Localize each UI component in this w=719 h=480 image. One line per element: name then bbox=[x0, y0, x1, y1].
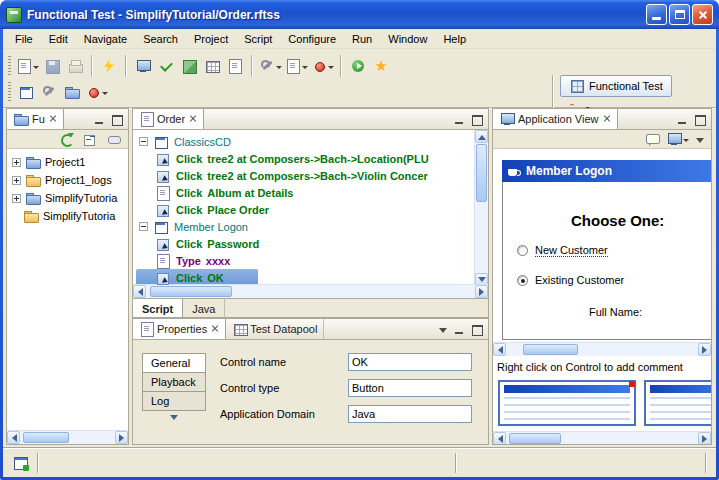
editor-horizontal-scrollbar[interactable] bbox=[133, 284, 488, 298]
save-button[interactable] bbox=[41, 54, 63, 78]
close-button[interactable] bbox=[692, 4, 713, 25]
scroll-left-button[interactable] bbox=[493, 432, 506, 445]
tab-script[interactable]: Script bbox=[133, 299, 183, 318]
view-log-button[interactable] bbox=[224, 54, 246, 78]
minimize-view-button[interactable] bbox=[452, 112, 468, 127]
script-type-row[interactable]: Type xxxx bbox=[134, 252, 489, 269]
titlebar[interactable]: Functional Test - SimplifyTutorial/Order… bbox=[0, 0, 719, 29]
maximize-view-button[interactable] bbox=[109, 112, 125, 127]
view-menu-button[interactable] bbox=[692, 132, 708, 147]
print-button[interactable] bbox=[64, 54, 86, 78]
menu-run[interactable]: Run bbox=[344, 30, 380, 48]
thumbnails-horizontal-scrollbar[interactable] bbox=[493, 431, 711, 445]
refresh-button[interactable] bbox=[55, 127, 77, 151]
close-tab-icon[interactable] bbox=[49, 115, 57, 123]
toolbar-grip[interactable] bbox=[8, 56, 11, 76]
close-tab-icon[interactable] bbox=[211, 325, 219, 333]
new-test-script-button[interactable] bbox=[15, 54, 40, 78]
scroll-left-button[interactable] bbox=[493, 343, 506, 356]
radio-new-customer[interactable]: New Customer bbox=[517, 244, 608, 257]
menu-script[interactable]: Script bbox=[236, 30, 280, 48]
debug-script-button[interactable] bbox=[370, 54, 392, 78]
minimize-view-button[interactable] bbox=[452, 322, 468, 337]
test-object-inspector-button[interactable] bbox=[15, 80, 37, 104]
scroll-right-button[interactable] bbox=[698, 432, 711, 445]
screen-thumbnail[interactable] bbox=[644, 380, 712, 426]
expander-icon[interactable] bbox=[12, 176, 21, 185]
tab-test-datapool[interactable]: Test Datapool bbox=[226, 319, 324, 339]
collapse-all-button[interactable] bbox=[79, 127, 101, 151]
radio-existing-customer[interactable]: Existing Customer bbox=[517, 274, 624, 286]
close-tab-icon[interactable] bbox=[603, 115, 611, 123]
application-domain-input[interactable] bbox=[348, 405, 472, 423]
insert-verification-point-button[interactable] bbox=[155, 54, 177, 78]
control-type-input[interactable] bbox=[348, 379, 472, 397]
tree-item-project1-logs[interactable]: Project1_logs bbox=[8, 171, 129, 189]
script-group-row[interactable]: Member Logon bbox=[134, 218, 489, 235]
maximize-view-button[interactable] bbox=[469, 112, 485, 127]
side-tab-playback[interactable]: Playback bbox=[142, 372, 206, 392]
more-side-tabs-button[interactable] bbox=[142, 414, 206, 425]
scrollbar-thumb[interactable] bbox=[523, 344, 578, 355]
tree-item-project1[interactable]: Project1 bbox=[8, 153, 129, 171]
capture-horizontal-scrollbar[interactable] bbox=[493, 342, 711, 356]
captured-screen-area[interactable]: Member Logon Choose One: New Customer Ex… bbox=[494, 150, 712, 342]
maximize-view-button[interactable] bbox=[469, 322, 485, 337]
minimize-view-button[interactable] bbox=[92, 112, 108, 127]
menu-file[interactable]: File bbox=[7, 30, 41, 48]
menu-navigate[interactable]: Navigate bbox=[76, 30, 135, 48]
projects-horizontal-scrollbar[interactable] bbox=[7, 430, 128, 444]
menu-edit[interactable]: Edit bbox=[41, 30, 76, 48]
script-group-row[interactable]: ClassicsCD bbox=[134, 133, 489, 150]
captured-dialog-body[interactable]: Choose One: New Customer Existing Custom… bbox=[502, 182, 712, 340]
link-with-editor-button[interactable] bbox=[103, 127, 125, 151]
scroll-right-button[interactable] bbox=[475, 285, 488, 298]
scrollbar-thumb[interactable] bbox=[509, 433, 561, 444]
menu-project[interactable]: Project bbox=[186, 30, 236, 48]
scroll-right-button[interactable] bbox=[115, 431, 128, 444]
expander-icon[interactable] bbox=[12, 158, 21, 167]
configure-applications-button[interactable] bbox=[61, 80, 83, 104]
insert-script-commands-button[interactable] bbox=[284, 54, 309, 78]
radio-unselected-icon[interactable] bbox=[517, 245, 528, 256]
record-script-button[interactable] bbox=[310, 54, 335, 78]
tab-application-view[interactable]: Application View bbox=[493, 109, 618, 129]
launch-application-button[interactable] bbox=[98, 54, 120, 78]
tree-item-simplifytutorial[interactable]: SimplifyTutoria bbox=[8, 189, 129, 207]
minimize-button[interactable] bbox=[646, 4, 667, 25]
expander-icon[interactable] bbox=[139, 137, 148, 146]
scroll-left-button[interactable] bbox=[7, 431, 20, 444]
editor-vertical-scrollbar[interactable] bbox=[474, 130, 488, 286]
open-object-map-button[interactable] bbox=[178, 54, 200, 78]
expander-icon[interactable] bbox=[139, 222, 148, 231]
expander-icon[interactable] bbox=[12, 194, 21, 203]
fast-view-icon[interactable] bbox=[13, 455, 29, 471]
script-action-row[interactable]: Click Password bbox=[134, 235, 489, 252]
open-datapool-button[interactable] bbox=[201, 54, 223, 78]
add-comment-button[interactable] bbox=[641, 127, 663, 151]
scroll-left-button[interactable] bbox=[133, 285, 146, 298]
minimize-view-button[interactable] bbox=[675, 112, 691, 127]
script-action-row[interactable]: Click Album at Details bbox=[134, 184, 489, 201]
captured-dialog-titlebar[interactable]: Member Logon bbox=[502, 160, 712, 182]
insert-recording-button[interactable] bbox=[84, 80, 109, 104]
tab-properties[interactable]: Properties bbox=[133, 319, 226, 339]
screen-thumbnail[interactable] bbox=[498, 380, 636, 426]
capture-screen-button[interactable] bbox=[665, 127, 690, 151]
run-script-button[interactable] bbox=[347, 54, 369, 78]
tab-functional-test-projects[interactable]: Fu bbox=[7, 109, 64, 129]
scrollbar-thumb[interactable] bbox=[476, 144, 487, 202]
tab-java[interactable]: Java bbox=[183, 299, 225, 318]
maximize-button[interactable] bbox=[669, 4, 690, 25]
side-tab-log[interactable]: Log bbox=[142, 391, 206, 411]
tab-order[interactable]: Order bbox=[133, 109, 204, 129]
scrollbar-thumb[interactable] bbox=[150, 286, 232, 297]
scrollbar-thumb[interactable] bbox=[23, 432, 69, 443]
configure-tools-button[interactable] bbox=[258, 54, 283, 78]
application-monitor-button[interactable] bbox=[132, 54, 154, 78]
scroll-up-button[interactable] bbox=[475, 130, 488, 143]
side-tab-general[interactable]: General bbox=[142, 353, 206, 373]
toolbar-grip[interactable] bbox=[8, 82, 11, 102]
menu-search[interactable]: Search bbox=[135, 30, 186, 48]
menu-configure[interactable]: Configure bbox=[280, 30, 344, 48]
